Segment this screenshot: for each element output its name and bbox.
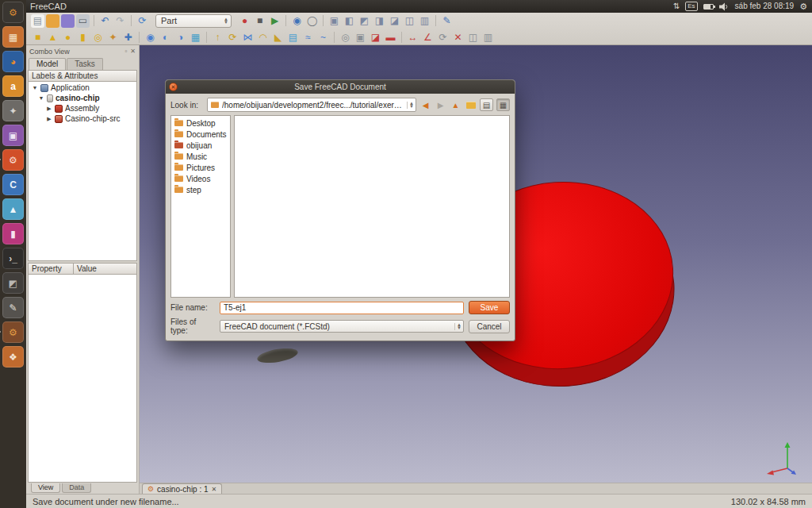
print-icon[interactable]: ▭ [76,14,90,28]
part-primitives-icon[interactable]: ✦ [106,30,120,44]
boolean-union-icon[interactable]: ◉ [144,30,157,44]
boolean-common-icon[interactable]: ◑ [174,30,187,44]
place-step[interactable]: step [171,184,230,195]
view-left-icon[interactable]: ▥ [418,14,431,28]
macro-execute-icon[interactable]: ▶ [268,14,282,28]
measure-linear-icon[interactable]: ↔ [406,30,419,44]
launcher-freecad[interactable]: ⚙ [2,321,24,343]
tab-model[interactable]: Model [29,58,66,70]
part-ruled-surface-icon[interactable]: ▤ [286,30,300,44]
create-folder-button[interactable] [465,99,477,111]
launcher-terminal[interactable]: ›_ [2,248,24,269]
launcher-software[interactable]: ▣ [2,125,24,146]
up-directory-button[interactable]: ▲ [450,99,462,111]
launcher-chromium[interactable]: C [2,174,24,195]
separator[interactable] [94,15,94,26]
save-document-icon[interactable] [61,14,75,28]
part-shapebuilder-icon[interactable]: ✚ [121,30,135,44]
part-revolve-icon[interactable]: ⟳ [226,30,239,44]
save-button[interactable]: Save [469,301,510,314]
separator[interactable] [334,32,335,43]
measure-angular-icon[interactable]: ∠ [421,30,435,44]
part-box-icon[interactable]: ■ [31,30,44,44]
close-tab-icon[interactable]: ✕ [212,486,217,493]
part-thickness-icon[interactable]: ▣ [354,30,367,44]
launcher-transmission[interactable]: ▲ [2,198,24,220]
float-panel-icon[interactable]: ▫ [124,48,127,55]
file-name-input[interactable] [220,302,464,314]
part-sweep-icon[interactable]: ~ [316,30,330,44]
zoom-fit-icon[interactable]: ◉ [290,14,304,28]
close-dialog-button[interactable]: ✕ [169,83,178,91]
part-section-icon[interactable]: ◪ [369,30,382,44]
place-desktop[interactable]: Desktop [171,117,230,129]
tab-tasks[interactable]: Tasks [67,58,103,70]
boolean-cut-icon[interactable]: ◐ [159,30,172,44]
launcher-files[interactable]: ▦ [2,26,24,48]
part-cylinder-icon[interactable]: ▮ [76,30,90,44]
separator[interactable] [285,15,286,26]
keyboard-layout-indicator[interactable]: Es [685,2,697,11]
clock-indicator[interactable]: sáb feb 28 08:19 [735,2,795,10]
separator[interactable] [139,32,140,43]
battery-icon[interactable] [703,4,714,10]
tree-item-document[interactable]: ▼ casino-chip [29,93,136,103]
path-selector[interactable]: /home/obijuan/development2/freec.../tuto… [207,98,416,112]
tree-item-assembly[interactable]: ▶ Assembly [29,103,136,114]
place-documents[interactable]: Documents [171,129,230,140]
part-cone-icon[interactable]: ▲ [46,30,59,44]
view-right-icon[interactable]: ◨ [373,14,386,28]
list-view-button[interactable]: ▤ [480,98,493,111]
part-extrude-icon[interactable]: ↑ [211,30,224,44]
session-gear-icon[interactable]: ⚙ [799,2,807,11]
draw-style-icon[interactable]: ◯ [305,14,319,28]
sync-indicator-icon[interactable]: ⇅ [673,2,680,10]
open-document-icon[interactable] [46,14,59,28]
tab-data[interactable]: Data [62,483,91,493]
expander-icon[interactable]: ▼ [32,85,38,90]
place-music[interactable]: Music [171,151,230,162]
place-pictures[interactable]: Pictures [171,162,230,173]
part-fillet-icon[interactable]: ◠ [256,30,270,44]
view-rear-icon[interactable]: ◪ [388,14,401,28]
view-bottom-icon[interactable]: ◫ [403,14,416,28]
separator[interactable] [401,32,402,43]
undo-icon[interactable]: ↶ [98,14,112,28]
place-obijuan[interactable]: obijuan [171,140,230,151]
volume-icon[interactable] [719,2,730,11]
tree-item-casino-chip-src[interactable]: ▶ Casino-chip-src [29,114,136,124]
macro-record-icon[interactable]: ● [238,14,251,28]
measure-toggle-icon[interactable]: ◫ [466,30,480,44]
macro-stop-icon[interactable]: ■ [253,14,266,28]
view-axonometric-icon[interactable]: ▣ [327,14,341,28]
part-mirror-icon[interactable]: ⋈ [241,30,255,44]
tree-column-header[interactable]: Labels & Attributes [28,70,137,82]
back-button[interactable]: ◀ [419,99,431,111]
launcher-settings[interactable]: ⚙ [2,149,24,171]
expander-icon[interactable]: ▶ [46,116,52,122]
separator[interactable] [131,15,132,26]
forward-button[interactable]: ▶ [435,99,446,111]
measure-clear-icon[interactable]: ✕ [451,30,465,44]
detail-view-button[interactable]: ▦ [496,98,510,111]
file-type-selector[interactable]: FreeCAD document (*.FCStd) ▲▼ [220,320,464,333]
tab-view[interactable]: View [31,483,60,493]
launcher-freecad-active[interactable]: ⚙ [2,2,24,23]
launcher-firefox[interactable]: ◕ [2,51,24,72]
part-cross-sections-icon[interactable]: ▬ [384,30,397,44]
launcher-workspaces[interactable]: ❖ [2,346,24,368]
part-chamfer-icon[interactable]: ◣ [271,30,285,44]
close-panel-icon[interactable]: ✕ [130,48,136,55]
tree-item-application[interactable]: ▼ Application [29,83,136,93]
launcher-utility[interactable]: ◩ [2,272,24,294]
place-videos[interactable]: Videos [171,173,230,184]
new-document-icon[interactable]: ▤ [31,14,44,28]
view-front-icon[interactable]: ◧ [343,14,356,28]
file-list[interactable] [234,115,510,298]
launcher-tools[interactable]: ✦ [2,100,24,121]
separator[interactable] [435,15,436,26]
launcher-editor[interactable]: ✎ [2,297,24,318]
document-tab[interactable]: ⚙ casino-chip : 1 ✕ [142,483,222,494]
measure-refresh-icon[interactable]: ⟳ [436,30,450,44]
launcher-amazon[interactable]: a [2,75,24,97]
